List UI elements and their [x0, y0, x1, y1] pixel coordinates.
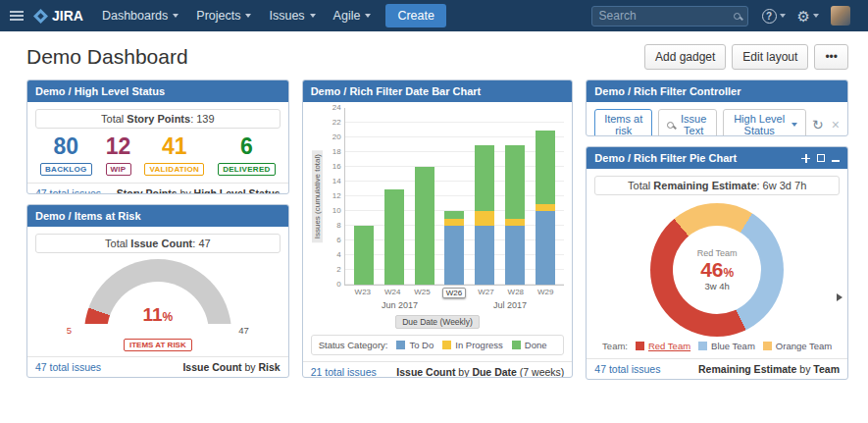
team-donut-chart[interactable]: Red Team 46% 3w 4h [650, 203, 784, 337]
bar-W23[interactable] [354, 226, 374, 285]
search-icon [667, 122, 674, 129]
x-tick-W24: W24 [383, 288, 402, 296]
issue-text-search-button[interactable]: Issue Text [658, 109, 717, 136]
nav-issues[interactable]: Issues [260, 0, 324, 31]
bar-W29[interactable] [536, 131, 555, 286]
gadget-footer: 47 total issues Story Points by High Lev… [27, 183, 288, 194]
bar-W27[interactable] [475, 145, 494, 286]
bar-chart-legend: Status Category: To DoIn ProgressDone [311, 335, 565, 355]
stat-validation[interactable]: 41VALIDATION [144, 135, 204, 176]
bar-W25[interactable] [415, 167, 434, 285]
bar-segment-to-do[interactable] [475, 226, 494, 285]
legend-swatch [698, 342, 707, 350]
legend-item-done[interactable]: Done [512, 340, 547, 350]
bar-segment-in-progress[interactable] [536, 204, 555, 212]
stat-backlog[interactable]: 80BACKLOG [40, 135, 92, 176]
bar-segment-to-do[interactable] [444, 226, 464, 285]
x-axis-title: Due Date (Weekly) [395, 315, 480, 329]
slice-pointer-icon [837, 293, 842, 301]
chevron-down-icon [173, 14, 179, 18]
edit-layout-button[interactable]: Edit layout [732, 44, 808, 70]
maximize-icon[interactable] [817, 154, 825, 162]
y-tick-label: 4 [336, 250, 340, 259]
gadget-header[interactable]: Demo / Rich Filter Controller [587, 80, 847, 102]
controller-body: Items at risk Issue Text High Level Stat… [587, 102, 847, 136]
legend-item-to-do[interactable]: To Do [396, 340, 434, 350]
bar-W24[interactable] [384, 189, 404, 286]
search-box[interactable] [591, 6, 748, 26]
y-tick-label: 24 [332, 103, 341, 112]
create-button[interactable]: Create [385, 4, 446, 27]
y-tick-label: 18 [332, 147, 341, 156]
filter-items-at-risk-button[interactable]: Items at risk [594, 109, 652, 136]
stat-wip[interactable]: 12WIP [106, 135, 131, 176]
team-legend-red-team[interactable]: Red Team [636, 341, 690, 351]
bar-W28[interactable] [505, 145, 525, 286]
y-axis-label: Issues (cumulative total) [312, 150, 323, 242]
bar-segment-to-do[interactable] [536, 211, 555, 285]
bar-segment-done[interactable] [444, 211, 464, 219]
y-tick-label: 6 [336, 236, 340, 244]
team-legend-orange-team[interactable]: Orange Team [763, 341, 832, 351]
x-tick-W23: W23 [353, 288, 373, 296]
gadget-header[interactable]: Demo / High Level Status [27, 80, 288, 102]
gadget-title: Demo / High Level Status [35, 85, 165, 97]
dashboard: Demo / High Level Status Total Story Poi… [0, 79, 868, 380]
legend-item-in-progress[interactable]: In Progress [442, 340, 503, 350]
minimize-icon[interactable] [832, 160, 840, 162]
total-issues-link[interactable]: 21 total issues [311, 366, 377, 378]
total-issues-link[interactable]: 47 total issues [35, 361, 101, 373]
gadget-footer: 21 total issues Issue Count by Due Date … [303, 361, 573, 378]
more-button[interactable]: ••• [814, 44, 848, 70]
gear-icon: ⚙ [797, 9, 810, 24]
search-icon[interactable] [734, 13, 740, 20]
user-menu[interactable] [825, 0, 856, 31]
x-tick-W29: W29 [536, 288, 555, 296]
risk-gauge-chart[interactable]: 11% [84, 259, 231, 324]
legend-items: To DoIn ProgressDone [396, 340, 546, 350]
bar-segment-in-progress[interactable] [505, 219, 525, 227]
pie-chart-body: Red Team 46% 3w 4h Team: Red TeamBlue Te… [587, 199, 847, 358]
gadget-header[interactable]: Demo / Items at Risk [27, 205, 288, 227]
nav-projects[interactable]: Projects [187, 0, 260, 31]
bar-segment-done[interactable] [354, 226, 374, 285]
bar-segment-done[interactable] [475, 145, 494, 212]
bar-segment-done[interactable] [536, 131, 555, 204]
bar-segment-done[interactable] [415, 167, 434, 285]
nav-agile[interactable]: Agile [325, 0, 381, 31]
gauge-min-label: 5 [67, 325, 72, 336]
gadget-header-icons [801, 154, 840, 163]
stat-value: 12 [106, 135, 131, 158]
refresh-icon[interactable]: ↻ [812, 118, 824, 132]
settings-menu[interactable]: ⚙ [791, 0, 825, 31]
add-gadget-button[interactable]: Add gadget [644, 44, 726, 70]
search-input[interactable] [599, 9, 728, 23]
bar-segment-done[interactable] [384, 189, 404, 286]
help-menu[interactable]: ? [756, 0, 791, 31]
bar-W26[interactable] [444, 211, 464, 285]
total-issues-link[interactable]: 47 total issues [594, 363, 660, 375]
stat-delivered[interactable]: 6DELIVERED [218, 135, 276, 176]
bar-segment-in-progress[interactable] [444, 219, 464, 227]
gadget-header[interactable]: Demo / Rich Filter Date Bar Chart [303, 80, 573, 102]
items-at-risk-badge: ITEMS AT RISK [124, 339, 192, 351]
month-label: Jun 2017 [382, 300, 418, 311]
jira-logo[interactable]: JIRA [31, 8, 93, 24]
total-issues-link[interactable]: 47 total issues [35, 187, 101, 194]
selected-slice-label: Red Team [697, 248, 738, 258]
gadget-header[interactable]: Demo / Rich Filter Pie Chart [587, 147, 847, 169]
bar-segment-to-do[interactable] [505, 226, 525, 285]
team-legend-blue-team[interactable]: Blue Team [698, 341, 755, 351]
gadget-pie-chart: Demo / Rich Filter Pie Chart Total Remai… [586, 146, 848, 380]
bar-segment-done[interactable] [505, 145, 525, 219]
drag-icon[interactable] [801, 154, 810, 163]
gadget-footer: 47 total issues Remaining Estimate by Te… [587, 358, 847, 379]
close-icon[interactable]: × [832, 118, 840, 132]
app-menu-icon[interactable] [2, 0, 31, 31]
gadget-rich-filter-controller: Demo / Rich Filter Controller Items at r… [586, 79, 848, 136]
bar-segment-in-progress[interactable] [475, 211, 494, 226]
nav-dashboards[interactable]: Dashboards [93, 0, 187, 31]
total-summary: Total Story Points: 139 [35, 109, 281, 129]
stat-badge: DELIVERED [218, 163, 276, 176]
high-level-status-dropdown[interactable]: High Level Status [723, 109, 806, 136]
